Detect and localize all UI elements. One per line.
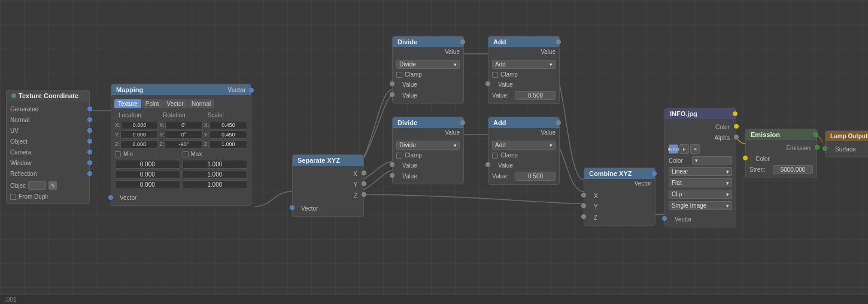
object-socket[interactable] — [87, 139, 92, 144]
divide2-clamp-checkbox[interactable] — [396, 153, 402, 159]
add2-val-socket[interactable] — [485, 162, 490, 167]
emission-output-socket[interactable] — [814, 132, 818, 137]
max-checkbox[interactable] — [183, 151, 189, 157]
divide1-val2-socket[interactable] — [390, 92, 394, 97]
emission-out-socket2[interactable] — [815, 145, 820, 150]
add1-title: Add — [493, 38, 506, 45]
add1-output-socket[interactable] — [556, 39, 561, 44]
tab-point[interactable]: Point — [142, 99, 163, 108]
lamp-surface-socket[interactable] — [823, 146, 827, 151]
divide1-clamp-checkbox[interactable] — [396, 72, 402, 78]
location-col-label: Location: — [115, 111, 158, 119]
loc-x-value[interactable]: 0.000 — [121, 121, 159, 129]
add1-clamp-checkbox[interactable] — [492, 72, 498, 78]
min-checkbox[interactable] — [115, 151, 121, 157]
reflection-socket[interactable] — [87, 171, 92, 176]
f-icon[interactable]: F — [679, 144, 689, 154]
divide1-dropdown[interactable]: Divide — [396, 60, 460, 69]
image-color-socket2[interactable] — [734, 124, 739, 129]
flat-dropdown-row: Flat — [665, 177, 736, 189]
divide2-val2-socket[interactable] — [390, 173, 394, 178]
scale-col-label: Scale: — [204, 111, 247, 119]
combine-xyz-output-socket[interactable] — [652, 171, 657, 176]
single-image-dropdown[interactable]: Single Image — [669, 201, 732, 210]
max-x-value[interactable]: 1.000 — [183, 160, 248, 169]
sep-z-socket[interactable] — [362, 192, 366, 197]
generated-socket[interactable] — [87, 107, 92, 111]
rot-z-value[interactable]: -90° — [165, 140, 202, 148]
image-color-label: Color — [669, 124, 732, 130]
x-icon[interactable]: ✕ — [690, 144, 700, 154]
add2-output-socket[interactable] — [556, 120, 561, 125]
linear-dropdown[interactable]: Linear — [669, 167, 732, 176]
from-dupli-checkbox[interactable] — [10, 194, 16, 200]
add2-value[interactable]: 0.500 — [515, 172, 556, 181]
divide1-val1-socket[interactable] — [390, 81, 394, 86]
divide2-output-socket[interactable] — [460, 120, 465, 125]
combine-x-row: X — [584, 190, 655, 201]
max-z-value[interactable]: 1.000 — [183, 180, 248, 189]
flat-dropdown[interactable]: Flat — [669, 178, 732, 187]
emission-color-row: Color — [746, 153, 817, 164]
loc-z-value[interactable]: 0.000 — [120, 140, 158, 148]
scale-x-value[interactable]: 0.450 — [210, 121, 247, 129]
divide2-node: Divide Value Divide Clamp Value Value — [392, 117, 464, 184]
sep-y-socket[interactable] — [362, 181, 366, 186]
normal-socket[interactable] — [87, 117, 92, 122]
combine-y-label: Y — [588, 203, 598, 210]
add2-dropdown[interactable]: Add — [492, 141, 556, 150]
sep-vector-socket[interactable] — [290, 205, 295, 210]
add1-value[interactable]: 0.500 — [515, 91, 556, 100]
mapping-col-labels: Location: Rotation: Scale: — [111, 110, 251, 120]
clip-dropdown[interactable]: Clip — [669, 190, 732, 199]
mapping-output-socket[interactable] — [249, 88, 254, 93]
divide2-dropdown[interactable]: Divide — [396, 141, 460, 150]
add2-clamp-checkbox[interactable] — [492, 153, 498, 159]
generated-label: Generated — [10, 106, 38, 113]
combine-x-label: X — [588, 193, 598, 199]
min-z-value[interactable]: 0.000 — [115, 180, 180, 189]
divide1-output-socket[interactable] — [460, 39, 465, 44]
rot-y-value[interactable]: 0° — [165, 130, 202, 139]
image-alpha-socket[interactable] — [734, 135, 739, 139]
min-x-value[interactable]: 0.000 — [115, 160, 180, 169]
emission-node: Emission Emission Color Stren: 5000.000 — [745, 129, 817, 178]
info-icon[interactable]: INFO — [669, 144, 678, 154]
scale-y-value[interactable]: 0.450 — [210, 130, 247, 139]
scale-z-value[interactable]: 1.000 — [210, 140, 247, 148]
divide1-dropdown-row: Divide — [393, 59, 463, 70]
object-field-value[interactable] — [28, 181, 46, 190]
mapping-vector-in-socket[interactable] — [108, 195, 113, 200]
tab-vector[interactable]: Vector — [163, 99, 187, 108]
min-y-value[interactable]: 0.000 — [115, 170, 180, 179]
combine-x-socket[interactable] — [581, 193, 586, 197]
add2-output-label: Value — [488, 128, 559, 137]
divide2-val1-socket[interactable] — [390, 162, 394, 167]
sep-x-socket[interactable] — [362, 171, 366, 175]
lamp-surface-row: Surface — [825, 144, 868, 154]
image-texture-color-output[interactable] — [733, 111, 738, 116]
image-texture-title: INFO.jpg — [670, 110, 697, 117]
loc-y-value[interactable]: 0.000 — [120, 130, 158, 139]
emission-color-socket[interactable] — [743, 156, 748, 160]
max-y-value[interactable]: 1.000 — [183, 170, 248, 179]
object-edit-icon[interactable]: ✎ — [48, 181, 57, 190]
combine-z-socket[interactable] — [581, 214, 586, 219]
tab-normal[interactable]: Normal — [188, 99, 214, 108]
window-socket[interactable] — [87, 160, 92, 165]
object-field-label: Objec — [10, 183, 26, 189]
tab-texture[interactable]: Texture — [114, 99, 141, 108]
camera-socket[interactable] — [87, 150, 92, 154]
emission-strength-value[interactable]: 5000.000 — [773, 165, 813, 174]
sep-z-label: Z — [296, 192, 360, 199]
combine-xyz-node: Combine XYZ Vector X Y Z — [584, 168, 655, 226]
add1-val-socket[interactable] — [485, 81, 490, 86]
uv-socket[interactable] — [87, 128, 92, 133]
add1-clamp-row: Clamp — [488, 70, 559, 79]
color-dropdown[interactable] — [692, 156, 732, 165]
image-vector-socket[interactable] — [662, 216, 667, 221]
combine-y-socket[interactable] — [581, 203, 586, 208]
add1-dropdown[interactable]: Add — [492, 60, 556, 69]
divide2-val2-label: Value — [396, 173, 417, 180]
rot-x-value[interactable]: 0° — [165, 121, 203, 129]
